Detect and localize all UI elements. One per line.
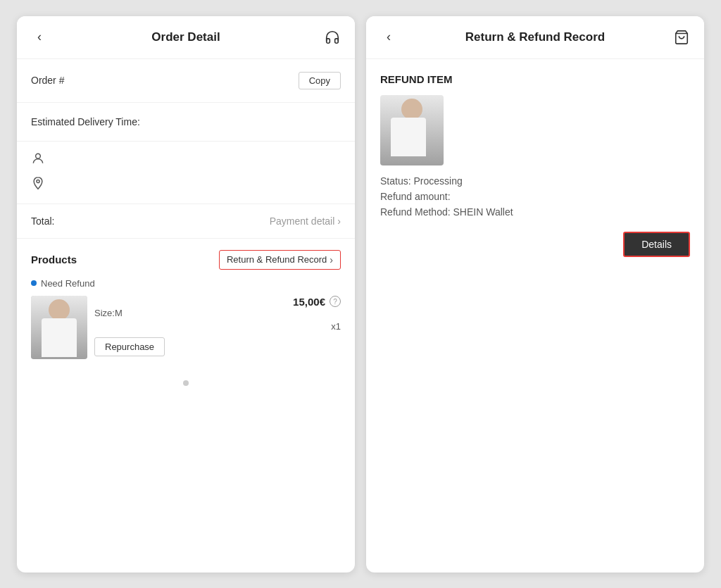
blue-dot-icon — [31, 280, 37, 286]
products-header: Products Return & Refund Record › — [31, 250, 341, 270]
refund-status: Status: Processing — [380, 175, 690, 187]
product-price: 15,00€ — [293, 296, 325, 308]
order-number-label: Order # — [31, 75, 64, 86]
return-refund-record-label: Return & Refund Record — [227, 254, 327, 265]
details-btn-wrapper: Details — [380, 232, 690, 257]
svg-point-0 — [36, 154, 41, 158]
refund-item-title: REFUND ITEM — [380, 73, 690, 85]
refund-method-label: Refund Method: — [380, 206, 451, 218]
product-price-row: 15,00€ ? — [94, 296, 341, 308]
return-refund-record-button[interactable]: Return & Refund Record › — [219, 250, 341, 270]
refund-method-value: SHEIN Wallet — [453, 206, 513, 218]
return-refund-screen: ‹ Return & Refund Record REFUND ITEM Sta… — [366, 16, 704, 573]
refund-item-image — [380, 95, 444, 165]
bag-icon[interactable] — [672, 27, 691, 47]
location-icon — [31, 176, 45, 194]
screens-wrapper: ‹ Order Detail Order # Copy Estimated De… — [17, 16, 704, 573]
delivery-label: Estimated Delivery Time: — [31, 116, 140, 127]
order-detail-screen: ‹ Order Detail Order # Copy Estimated De… — [17, 16, 355, 573]
repurchase-button[interactable]: Repurchase — [94, 337, 165, 356]
details-button[interactable]: Details — [623, 232, 690, 257]
pagination-area — [17, 370, 355, 396]
order-detail-header: ‹ Order Detail — [17, 16, 355, 59]
refund-amount-label: Refund amount: — [380, 191, 451, 202]
refund-status-label: Status: — [380, 175, 411, 187]
location-icon-row — [31, 176, 341, 194]
need-refund-label: Need Refund — [31, 278, 341, 289]
product-image-placeholder — [31, 296, 87, 359]
product-row: 15,00€ ? Size:M x1 Repurchase — [31, 296, 341, 359]
return-refund-header: ‹ Return & Refund Record — [366, 16, 704, 59]
refund-status-value: Processing — [413, 175, 462, 187]
delivery-section: Estimated Delivery Time: — [17, 103, 355, 142]
payment-detail-text: Payment detail — [270, 215, 335, 227]
need-refund-text: Need Refund — [41, 278, 95, 289]
total-label: Total: — [31, 215, 54, 227]
product-info: 15,00€ ? Size:M x1 Repurchase — [94, 296, 341, 356]
payment-detail-link[interactable]: Payment detail › — [270, 215, 341, 227]
total-section: Total: Payment detail › — [17, 204, 355, 239]
product-image — [31, 296, 87, 359]
user-icon-row — [31, 151, 341, 169]
price-info-icon: ? — [330, 296, 341, 307]
back-button[interactable]: ‹ — [30, 27, 49, 47]
svg-point-1 — [37, 180, 39, 182]
user-location-section — [17, 142, 355, 204]
order-detail-title: Order Detail — [49, 30, 322, 44]
pagination-dot — [183, 380, 189, 386]
copy-button[interactable]: Copy — [299, 72, 341, 89]
headset-icon[interactable] — [322, 27, 342, 47]
refund-content: REFUND ITEM Status: Processing Refund am… — [366, 59, 704, 271]
refund-record-chevron-icon: › — [330, 254, 333, 265]
products-section: Products Return & Refund Record › Need R… — [17, 239, 355, 370]
refund-back-button[interactable]: ‹ — [379, 27, 399, 47]
order-number-section: Order # Copy — [17, 59, 355, 103]
return-refund-title: Return & Refund Record — [399, 30, 672, 44]
user-icon — [31, 151, 45, 169]
refund-method: Refund Method: SHEIN Wallet — [380, 206, 690, 218]
payment-chevron-icon: › — [337, 215, 341, 227]
products-title: Products — [31, 254, 77, 265]
product-size: Size:M — [94, 308, 341, 318]
product-qty: x1 — [94, 321, 341, 332]
refund-amount: Refund amount: — [380, 191, 690, 202]
refund-image-placeholder — [380, 95, 444, 165]
